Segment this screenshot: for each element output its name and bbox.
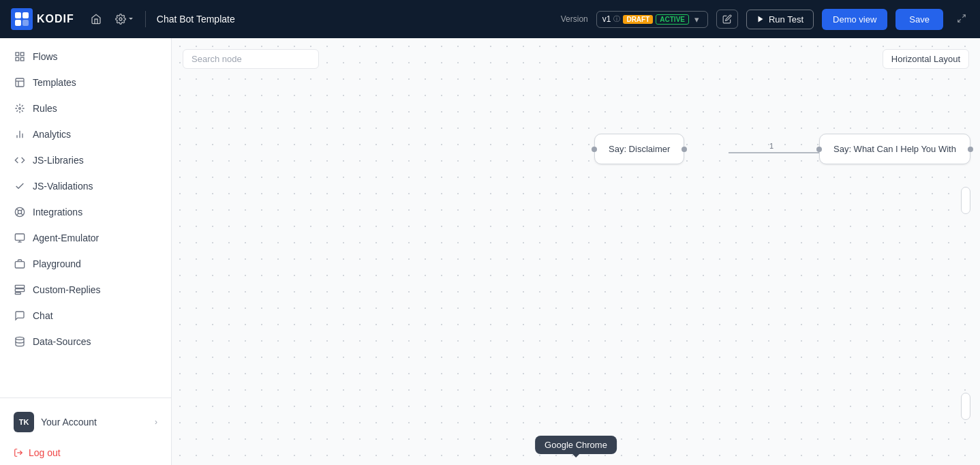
svg-rect-28 [15, 262, 24, 268]
js-validations-icon [14, 180, 26, 192]
topbar: KODIF Chat Bot Template Version v1 ⓘ DRA… [0, 0, 980, 38]
svg-rect-9 [20, 52, 24, 56]
sidebar-label-playground: Playground [33, 258, 81, 269]
rules-icon [14, 102, 26, 115]
data-sources-icon [14, 335, 26, 348]
sidebar-label-agent-emulator: Agent-Emulator [33, 232, 99, 243]
sidebar-item-chat[interactable]: Chat [0, 303, 171, 329]
svg-rect-29 [15, 285, 24, 288]
logout-label: Log out [29, 447, 61, 458]
svg-line-23 [21, 209, 23, 211]
node-right-connector [682, 147, 687, 152]
playground-icon [14, 258, 26, 270]
logo-text: KODIF [37, 13, 74, 25]
run-test-button[interactable]: Run Test [746, 10, 814, 29]
home-button[interactable] [88, 11, 104, 27]
sidebar-label-rules: Rules [33, 103, 57, 114]
svg-rect-11 [16, 57, 19, 61]
canvas-connections: 1 1 [172, 38, 980, 465]
svg-rect-3 [22, 20, 29, 26]
run-test-label: Run Test [769, 14, 803, 25]
node-right-connector-2 [968, 147, 973, 152]
sidebar-item-analytics[interactable]: Analytics [0, 121, 171, 147]
chevron-right-icon: › [155, 417, 157, 427]
info-icon: ⓘ [613, 14, 620, 24]
version-badge-group: v1 ⓘ DRAFT ACTIVE ▾ [596, 11, 708, 28]
topbar-title: Chat Bot Template [157, 14, 235, 25]
topbar-divider [145, 11, 146, 27]
canvas-toolbar: Horizontal Layout [183, 49, 969, 69]
node-label-disclaimer: Say: Disclaimer [609, 144, 670, 154]
sidebar-item-custom-replies[interactable]: Custom-Replies [0, 277, 171, 303]
sidebar-item-data-sources[interactable]: Data-Sources [0, 329, 171, 355]
mini-node-top [961, 187, 970, 214]
flows-icon [14, 50, 26, 63]
sidebar-item-integrations[interactable]: Integrations [0, 199, 171, 225]
svg-line-24 [16, 213, 18, 215]
mini-node-bottom [961, 393, 970, 420]
sidebar-bottom: TK Your Account › Log out [0, 397, 171, 465]
demo-view-label: Demo view [833, 14, 876, 25]
horizontal-layout-button[interactable]: Horizontal Layout [883, 49, 969, 69]
templates-icon [14, 76, 26, 89]
expand-button[interactable] [954, 11, 969, 28]
logout-button[interactable]: Log out [0, 440, 171, 465]
sidebar-item-agent-emulator[interactable]: Agent-Emulator [0, 225, 171, 251]
draft-badge: DRAFT [623, 15, 653, 24]
svg-rect-12 [16, 78, 24, 87]
search-node-input[interactable] [183, 49, 319, 69]
sidebar-label-data-sources: Data-Sources [33, 336, 91, 347]
logo: KODIF [11, 8, 74, 30]
sidebar-label-custom-replies: Custom-Replies [33, 284, 101, 295]
version-num: v1 [602, 14, 611, 24]
svg-rect-30 [15, 289, 24, 292]
sidebar-label-chat: Chat [33, 310, 53, 321]
agent-emulator-icon [14, 232, 26, 244]
custom-replies-icon [14, 284, 26, 296]
active-badge: ACTIVE [656, 14, 689, 25]
edit-button[interactable] [716, 10, 738, 29]
sidebar-label-analytics: Analytics [33, 129, 71, 140]
sidebar-item-js-libraries[interactable]: JS-Libraries [0, 147, 171, 173]
sidebar-label-integrations: Integrations [33, 207, 82, 217]
node-say-help[interactable]: Say: What Can I Help You With [819, 134, 970, 164]
settings-button[interactable] [112, 11, 137, 27]
sidebar-label-js-libraries: JS-Libraries [33, 155, 84, 166]
node-say-disclaimer[interactable]: Say: Disclaimer [594, 134, 684, 164]
canvas-area[interactable]: Horizontal Layout 1 1 Say: Disclaimer Sa… [172, 38, 980, 465]
svg-rect-1 [22, 12, 29, 18]
version-dropdown-button[interactable]: ▾ [692, 13, 702, 26]
sidebar-nav: Flows Templates Rules Analytics [0, 38, 171, 397]
svg-line-7 [958, 19, 961, 22]
main-layout: Flows Templates Rules Analytics [0, 38, 980, 465]
sidebar-label-js-validations: JS-Validations [33, 181, 93, 192]
svg-rect-2 [15, 20, 21, 26]
node-label-help: Say: What Can I Help You With [833, 144, 956, 154]
version-label: Version [561, 14, 588, 24]
save-button[interactable]: Save [895, 9, 943, 30]
js-libraries-icon [14, 154, 26, 166]
svg-rect-31 [15, 292, 20, 295]
account-item[interactable]: TK Your Account › [0, 404, 171, 440]
chat-icon [14, 310, 26, 322]
sidebar-item-js-validations[interactable]: JS-Validations [0, 173, 171, 199]
sidebar: Flows Templates Rules Analytics [0, 38, 172, 465]
svg-rect-0 [15, 12, 21, 18]
svg-point-20 [18, 210, 21, 213]
demo-view-button[interactable]: Demo view [822, 9, 887, 30]
sidebar-item-templates[interactable]: Templates [0, 70, 171, 95]
sidebar-item-rules[interactable]: Rules [0, 95, 171, 121]
svg-rect-8 [16, 52, 19, 56]
save-label: Save [909, 14, 930, 25]
svg-rect-25 [15, 234, 24, 240]
node-left-connector-2 [816, 147, 822, 152]
sidebar-item-flows[interactable]: Flows [0, 44, 171, 70]
sidebar-item-playground[interactable]: Playground [0, 251, 171, 277]
svg-point-15 [19, 108, 21, 110]
svg-rect-10 [20, 57, 24, 61]
svg-text:1: 1 [769, 142, 774, 150]
analytics-icon [14, 128, 26, 140]
logo-icon [11, 8, 33, 30]
integrations-icon [14, 206, 26, 218]
sidebar-label-flows: Flows [33, 51, 58, 62]
